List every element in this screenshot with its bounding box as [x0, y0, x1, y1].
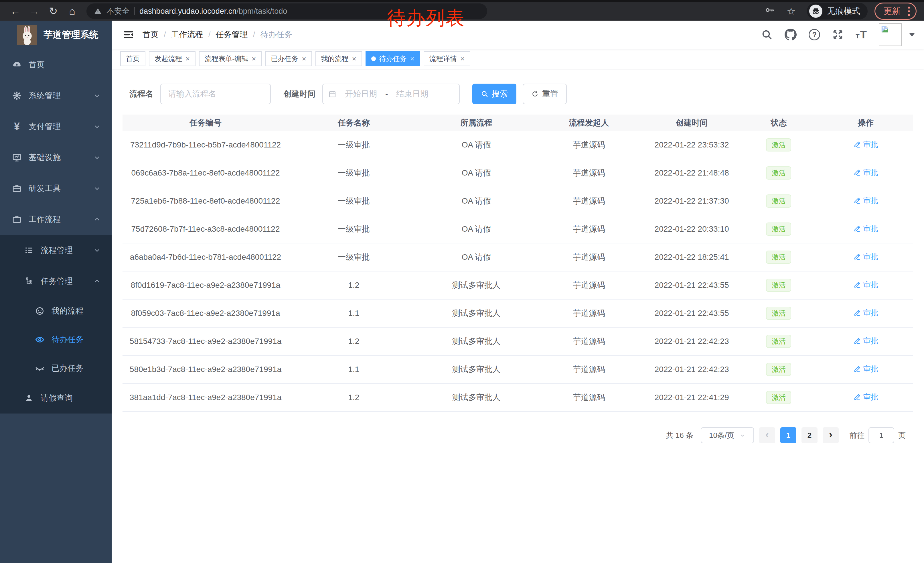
process-name-input[interactable]	[168, 89, 263, 99]
tab-5[interactable]: 待办任务×	[366, 51, 420, 66]
sidebar-item-5[interactable]: 工作流程	[0, 204, 112, 235]
cell-status: 激活	[739, 391, 818, 404]
sidebar-item-0[interactable]: 首页	[0, 49, 112, 80]
approve-button[interactable]: 审批	[853, 336, 878, 346]
tab-0[interactable]: 首页	[120, 51, 146, 66]
breadcrumb-item-1[interactable]: 工作流程	[171, 29, 203, 40]
cell-创建时间: 2022-01-22 18:25:41	[644, 252, 739, 262]
goto-page-input[interactable]	[868, 427, 894, 443]
approve-button[interactable]: 审批	[853, 252, 878, 262]
breadcrumb-item-0[interactable]: 首页	[142, 29, 159, 40]
sidebar-item-2[interactable]: ¥支付管理	[0, 111, 112, 142]
status-badge: 激活	[766, 279, 791, 292]
sidebar-item-1[interactable]: 系统管理	[0, 80, 112, 111]
sidebar-item-6[interactable]: 流程管理	[0, 235, 112, 266]
sidebar-collapse-icon[interactable]	[123, 29, 135, 41]
column-header-4: 创建时间	[644, 117, 739, 128]
close-tab-icon[interactable]: ×	[252, 55, 256, 62]
close-tab-icon[interactable]: ×	[352, 55, 356, 62]
browser-back-icon[interactable]: ←	[8, 6, 24, 17]
sidebar-item-3[interactable]: 基础设施	[0, 142, 112, 173]
create-time-label: 创建时间	[284, 89, 315, 99]
reset-button[interactable]: 重置	[523, 84, 567, 104]
approve-button[interactable]: 审批	[853, 195, 878, 206]
table-header-row: 任务编号任务名称所属流程流程发起人创建时间状态操作	[123, 114, 913, 131]
user-icon	[22, 393, 36, 403]
edit-pen-icon	[853, 337, 861, 345]
cell-actions: 审批	[818, 392, 913, 403]
close-tab-icon[interactable]: ×	[410, 55, 414, 62]
cell-创建时间: 2022-01-22 21:48:48	[644, 168, 739, 177]
cell-actions: 审批	[818, 252, 913, 263]
tab-label: 发起流程	[154, 54, 182, 63]
approve-button[interactable]: 审批	[853, 280, 878, 290]
approve-button[interactable]: 审批	[853, 364, 878, 374]
search-icon[interactable]	[761, 29, 772, 41]
close-tab-icon[interactable]: ×	[302, 55, 306, 62]
github-icon[interactable]	[784, 29, 796, 41]
app-logo-image	[17, 25, 37, 45]
cell-status: 激活	[739, 251, 818, 264]
avatar[interactable]	[879, 23, 902, 46]
sidebar-item-8[interactable]: 我的流程	[0, 297, 112, 325]
approve-button[interactable]: 审批	[853, 392, 878, 402]
search-button[interactable]: 搜索	[472, 84, 516, 104]
cell-流程发起人: 芋道源码	[534, 308, 644, 319]
close-tab-icon[interactable]: ×	[186, 55, 190, 62]
sidebar-item-4[interactable]: 研发工具	[0, 173, 112, 204]
tab-4[interactable]: 我的流程×	[315, 51, 362, 66]
next-page-button[interactable]: ›	[823, 427, 839, 443]
app-logo-row[interactable]: 芋道管理系统	[0, 21, 112, 49]
browser-update-button[interactable]: 更新	[874, 3, 916, 20]
chevron-down-icon	[93, 185, 101, 192]
cell-status: 激活	[739, 307, 818, 320]
prev-page-button[interactable]: ‹	[759, 427, 775, 443]
column-header-2: 所属流程	[419, 117, 534, 128]
browser-menu-icon[interactable]	[908, 7, 910, 16]
sidebar-item-9[interactable]: 待办任务	[0, 325, 112, 354]
fullscreen-icon[interactable]	[832, 29, 844, 41]
tab-1[interactable]: 发起流程×	[149, 51, 195, 66]
approve-button[interactable]: 审批	[853, 140, 878, 150]
approve-button[interactable]: 审批	[853, 168, 878, 177]
sidebar-item-11[interactable]: 请假查询	[0, 383, 112, 413]
sidebar-item-label: 系统管理	[28, 90, 61, 101]
breadcrumb-item-2[interactable]: 任务管理	[216, 29, 248, 40]
browser-forward-icon[interactable]: →	[26, 6, 42, 17]
tab-6[interactable]: 流程详情×	[424, 51, 470, 66]
status-badge: 激活	[766, 363, 791, 376]
sidebar-item-label: 研发工具	[28, 183, 61, 194]
sidebar-item-label: 基础设施	[28, 152, 61, 163]
browser-reload-icon[interactable]: ↻	[45, 6, 61, 17]
cell-创建时间: 2022-01-21 22:42:23	[644, 337, 739, 346]
people-icon	[33, 306, 46, 316]
approve-button[interactable]: 审批	[853, 224, 878, 234]
annotation-overlay-text: 待办列表	[387, 5, 465, 31]
approve-button[interactable]: 审批	[853, 308, 878, 318]
page-size-select[interactable]: 10条/页	[701, 427, 754, 443]
close-tab-icon[interactable]: ×	[460, 55, 465, 62]
page-button-1[interactable]: 1	[780, 427, 796, 443]
cell-所属流程: 测试多审批人	[419, 308, 534, 319]
password-key-icon[interactable]	[765, 5, 775, 18]
edit-pen-icon	[853, 365, 861, 373]
status-badge: 激活	[766, 391, 791, 404]
end-date-input[interactable]	[391, 89, 434, 99]
start-date-input[interactable]	[339, 89, 382, 99]
sidebar-item-7[interactable]: 任务管理	[0, 266, 112, 297]
avatar-caret-icon[interactable]	[909, 33, 915, 37]
dashboard-icon	[10, 60, 24, 70]
tab-3[interactable]: 已办任务×	[265, 51, 312, 66]
help-icon[interactable]: ?	[808, 29, 820, 41]
sidebar-item-label: 支付管理	[28, 121, 61, 132]
font-size-icon[interactable]: TT	[856, 30, 867, 39]
sidebar-item-10[interactable]: 已办任务	[0, 354, 112, 383]
edit-pen-icon	[853, 281, 861, 289]
cell-actions: 审批	[818, 280, 913, 291]
page-button-2[interactable]: 2	[801, 427, 818, 443]
cell-任务名称: 一级审批	[288, 252, 419, 263]
bookmark-star-icon[interactable]: ☆	[787, 6, 795, 17]
cell-创建时间: 2022-01-22 21:37:30	[644, 197, 739, 206]
tab-2[interactable]: 流程表单-编辑×	[199, 51, 262, 66]
browser-home-icon[interactable]: ⌂	[64, 6, 80, 17]
